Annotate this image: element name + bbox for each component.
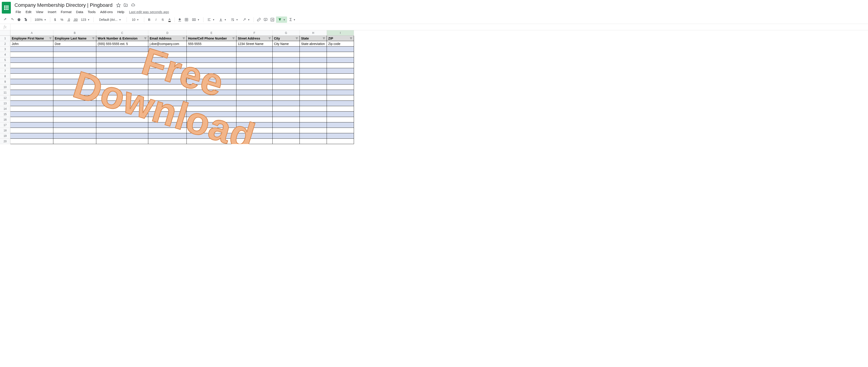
cell-E2[interactable]: 555-5555 [187,41,237,46]
cell-E5[interactable] [187,57,237,63]
cell-E9[interactable] [187,79,237,85]
cell-D2[interactable]: j.doe@company.com [148,41,187,46]
column-header-G[interactable]: G [273,30,300,36]
cell-E7[interactable] [187,68,237,74]
cell-C11[interactable] [96,90,148,95]
cell-G13[interactable] [273,101,300,106]
document-title[interactable]: Company Membership Directory | Pingboard [13,2,114,8]
cell-B4[interactable] [53,52,96,57]
cell-A13[interactable] [10,101,53,106]
cell-B3[interactable] [53,46,96,52]
cell-I9[interactable] [327,79,354,85]
cell-B15[interactable] [53,111,96,117]
cell-G15[interactable] [273,111,300,117]
row-header-11[interactable]: 11 [0,90,10,95]
row-header-8[interactable]: 8 [0,74,10,79]
format-currency-button[interactable]: $ [52,16,58,23]
cell-G16[interactable] [273,117,300,123]
filter-icon[interactable] [268,37,272,40]
cell-I13[interactable] [327,101,354,106]
insert-comment-button[interactable] [262,16,269,23]
cell-E13[interactable] [187,101,237,106]
increase-decimal-button[interactable]: .00 [72,16,79,23]
cell-B16[interactable] [53,117,96,123]
cell-D14[interactable] [148,106,187,111]
cell-B6[interactable] [53,63,96,68]
cell-A19[interactable] [10,133,53,139]
menu-edit[interactable]: Edit [24,9,33,15]
cell-I19[interactable] [327,133,354,139]
merge-cells-button[interactable]: ▼ [190,16,202,23]
cell-I15[interactable] [327,111,354,117]
cell-H15[interactable] [300,111,327,117]
cell-D17[interactable] [148,123,187,128]
cell-C15[interactable] [96,111,148,117]
cell-B9[interactable] [53,79,96,85]
cell-D20[interactable] [148,139,187,144]
cell-A14[interactable] [10,106,53,111]
cell-D11[interactable] [148,90,187,95]
column-header-H[interactable]: H [300,30,327,36]
cell-F20[interactable] [237,139,273,144]
italic-button[interactable]: I [153,16,159,23]
star-icon[interactable] [116,3,121,7]
menu-data[interactable]: Data [74,9,85,15]
sheets-logo[interactable] [2,2,11,13]
cell-D1[interactable]: Email Address [148,36,187,41]
row-header-7[interactable]: 7 [0,68,10,74]
row-header-9[interactable]: 9 [0,79,10,85]
cell-I14[interactable] [327,106,354,111]
row-header-2[interactable]: 2 [0,41,10,46]
filter-icon[interactable] [232,37,235,40]
filter-icon[interactable] [92,37,95,40]
cell-G12[interactable] [273,95,300,101]
row-header-1[interactable]: 1 [0,36,10,41]
cell-I20[interactable] [327,139,354,144]
column-header-C[interactable]: C [96,30,148,36]
fill-color-button[interactable] [177,16,183,23]
cell-E15[interactable] [187,111,237,117]
cell-I8[interactable] [327,74,354,79]
font-dropdown[interactable]: Default (Ari...▼ [95,16,125,23]
cell-D10[interactable] [148,85,187,90]
cell-C4[interactable] [96,52,148,57]
cell-C8[interactable] [96,74,148,79]
row-header-5[interactable]: 5 [0,57,10,63]
cell-C1[interactable]: Work Number & Extension [96,36,148,41]
cell-G17[interactable] [273,123,300,128]
cell-D12[interactable] [148,95,187,101]
cell-B20[interactable] [53,139,96,144]
cell-D8[interactable] [148,74,187,79]
cell-B7[interactable] [53,68,96,74]
row-header-17[interactable]: 17 [0,123,10,128]
cell-B10[interactable] [53,85,96,90]
cell-G11[interactable] [273,90,300,95]
column-header-F[interactable]: F [237,30,273,36]
cell-A7[interactable] [10,68,53,74]
horizontal-align-button[interactable]: ▼ [205,16,217,23]
cell-I18[interactable] [327,128,354,133]
cell-C3[interactable] [96,46,148,52]
cell-D6[interactable] [148,63,187,68]
row-header-19[interactable]: 19 [0,133,10,139]
last-edit-link[interactable]: Last edit was seconds ago [129,10,169,14]
cell-C7[interactable] [96,68,148,74]
decrease-decimal-button[interactable]: .0 [66,16,72,23]
cell-H8[interactable] [300,74,327,79]
row-header-10[interactable]: 10 [0,85,10,90]
cell-F1[interactable]: Street Address [237,36,273,41]
cell-D16[interactable] [148,117,187,123]
cell-E19[interactable] [187,133,237,139]
cell-C13[interactable] [96,101,148,106]
cell-A11[interactable] [10,90,53,95]
cell-H19[interactable] [300,133,327,139]
cell-F7[interactable] [237,68,273,74]
cell-C5[interactable] [96,57,148,63]
cell-I3[interactable] [327,46,354,52]
cell-H7[interactable] [300,68,327,74]
filter-icon[interactable] [322,37,326,40]
cell-B2[interactable]: Doe [53,41,96,46]
cell-F2[interactable]: 1234 Street Name [237,41,273,46]
cell-E4[interactable] [187,52,237,57]
cell-E8[interactable] [187,74,237,79]
